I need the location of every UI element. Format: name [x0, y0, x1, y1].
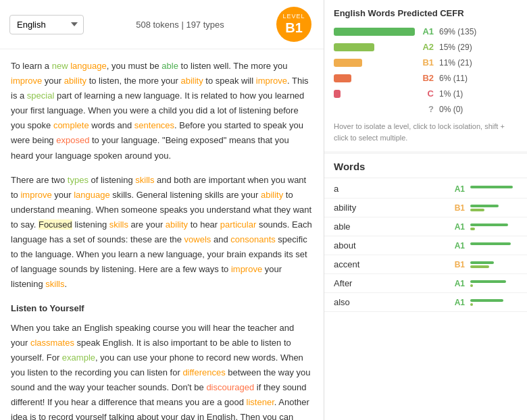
- word-example: example: [62, 352, 95, 363]
- cefr-row-B2[interactable]: B2 6% (11): [334, 73, 518, 83]
- word-level: A1: [450, 298, 465, 307]
- word-vowels: vowels: [184, 234, 211, 244]
- word-level: A1: [450, 279, 465, 288]
- word-improve4: improve: [231, 264, 262, 274]
- cefr-row-A1[interactable]: A1 69% (135): [334, 26, 518, 36]
- level-text: LEVEL: [282, 14, 305, 20]
- word-level: B1: [450, 203, 465, 213]
- word-row[interactable]: also A1: [324, 293, 527, 312]
- word-improve: improve: [11, 76, 42, 86]
- word-focused: Focused: [39, 219, 72, 230]
- word-row[interactable]: ability B1: [324, 199, 527, 217]
- word-bars: [470, 261, 518, 268]
- word-special: special: [27, 90, 54, 101]
- word-bar: [470, 228, 475, 230]
- word-row[interactable]: about A1: [324, 236, 527, 255]
- heading-listen-yourself: Listen to Yourself: [11, 301, 313, 316]
- word-skills2: skills: [109, 219, 128, 230]
- level-code: B1: [285, 20, 303, 35]
- paragraph-2: There are two types of listening skills …: [11, 173, 313, 292]
- cefr-bar-container: [334, 28, 415, 36]
- language-select[interactable]: English: [9, 15, 84, 34]
- word-row[interactable]: able A1: [324, 217, 527, 236]
- cefr-row-?[interactable]: ? 0% (0): [334, 104, 518, 114]
- word-skills3: skills: [45, 279, 64, 289]
- right-panel: English Words Predicted CEFR A1 69% (135…: [324, 0, 527, 420]
- cefr-pct: 69% (135): [439, 27, 476, 36]
- cefr-pct: 11% (21): [439, 58, 472, 68]
- cefr-pct: 0% (0): [439, 105, 463, 114]
- cefr-level-label: B1: [420, 57, 434, 68]
- cefr-bar-container: [334, 74, 415, 82]
- word-differences: differences: [182, 367, 225, 377]
- word-name: ability: [334, 203, 445, 213]
- word-discouraged: discouraged: [206, 382, 254, 392]
- word-bar: [470, 224, 508, 226]
- word-bars: [470, 299, 518, 306]
- word-name: about: [334, 240, 445, 251]
- word-name: able: [334, 221, 445, 232]
- left-panel: English 508 tokens | 197 types LEVEL B1 …: [0, 0, 324, 420]
- cefr-row-B1[interactable]: B1 11% (21): [334, 57, 518, 68]
- word-name: After: [334, 278, 445, 288]
- cefr-bar-container: [334, 43, 415, 51]
- word-row[interactable]: accent B1: [324, 255, 527, 274]
- word-bars: [470, 186, 518, 192]
- word-bars: [470, 242, 518, 249]
- word-bar: [470, 284, 473, 287]
- cefr-rows: A1 69% (135) A2 15% (29) B1 11% (21) B2 …: [334, 26, 518, 114]
- cefr-pct: 15% (29): [439, 43, 472, 52]
- cefr-pct: 1% (1): [439, 89, 463, 99]
- word-level: A1: [450, 222, 465, 232]
- cefr-bar-A1: [334, 28, 415, 36]
- word-row[interactable]: After A1: [324, 274, 527, 293]
- word-bars: [470, 205, 518, 211]
- word-language: language: [70, 61, 107, 71]
- word-bars: [470, 280, 518, 287]
- level-badge: LEVEL B1: [276, 7, 311, 42]
- cefr-note: Hover to isolate a level, click to lock …: [334, 121, 518, 143]
- word-bars: [470, 224, 518, 230]
- cefr-level-label: C: [420, 88, 434, 99]
- word-new: new: [52, 61, 68, 71]
- words-panel: Words a A1 ability B1 able A1 about A1 a…: [324, 154, 527, 420]
- word-consonants: consonants: [230, 234, 276, 244]
- word-name: also: [334, 297, 445, 307]
- cefr-bar-B1: [334, 59, 362, 67]
- cefr-bar-container: [334, 90, 415, 98]
- word-particular: particular: [220, 219, 256, 230]
- cefr-level-label: A2: [420, 42, 434, 52]
- word-skills: skills: [135, 175, 154, 185]
- word-exposed: exposed: [56, 135, 89, 145]
- word-ability3: ability: [261, 190, 283, 200]
- cefr-pct: 6% (11): [439, 74, 468, 83]
- word-level: A1: [450, 184, 465, 194]
- word-bar: [470, 265, 489, 268]
- text-area: To learn a new language, you must be abl…: [0, 49, 324, 420]
- words-list: a A1 ability B1 able A1 about A1 accent …: [324, 180, 527, 420]
- word-level: B1: [450, 260, 465, 269]
- word-able: able: [161, 61, 178, 71]
- word-row[interactable]: a A1: [324, 180, 527, 199]
- word-ability4: ability: [166, 219, 188, 230]
- cefr-row-A2[interactable]: A2 15% (29): [334, 42, 518, 52]
- cefr-bar-container: [334, 105, 415, 113]
- word-bar: [470, 186, 513, 188]
- cefr-bar-container: [334, 59, 415, 67]
- word-bar: [470, 280, 506, 283]
- word-name: a: [334, 184, 445, 194]
- word-classmates: classmates: [30, 338, 74, 348]
- word-complete: complete: [53, 120, 89, 130]
- paragraph-3: When you take an English speaking course…: [11, 321, 313, 421]
- token-info: 508 tokens | 197 types: [97, 20, 263, 30]
- word-language2: language: [74, 190, 110, 200]
- paragraph-1: To learn a new language, you must be abl…: [11, 59, 313, 163]
- cefr-level-label: B2: [420, 73, 434, 83]
- word-bar: [470, 303, 473, 306]
- word-improve3: improve: [20, 190, 51, 200]
- word-sentences: sentences: [134, 120, 174, 130]
- cefr-row-C[interactable]: C 1% (1): [334, 88, 518, 99]
- word-bar: [470, 242, 511, 245]
- word-bar: [470, 205, 499, 207]
- cefr-panel: English Words Predicted CEFR A1 69% (135…: [324, 0, 527, 154]
